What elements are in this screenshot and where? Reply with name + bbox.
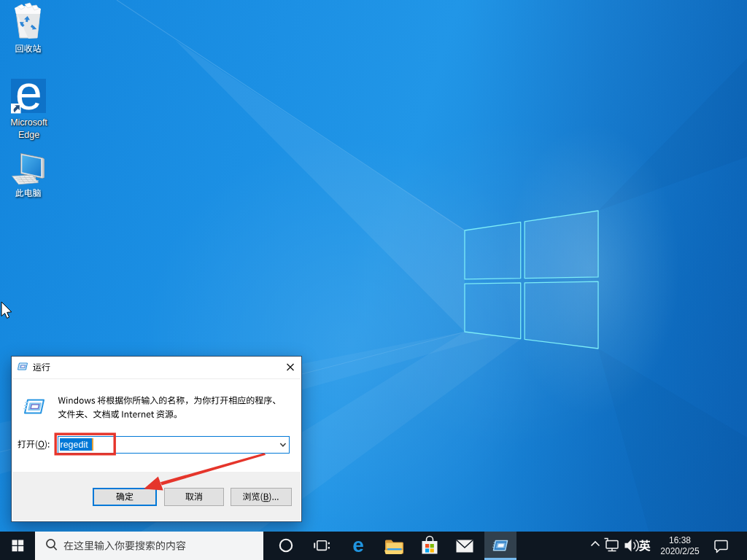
svg-text:e: e [352,534,364,556]
svg-text:regedit: regedit [61,440,89,450]
